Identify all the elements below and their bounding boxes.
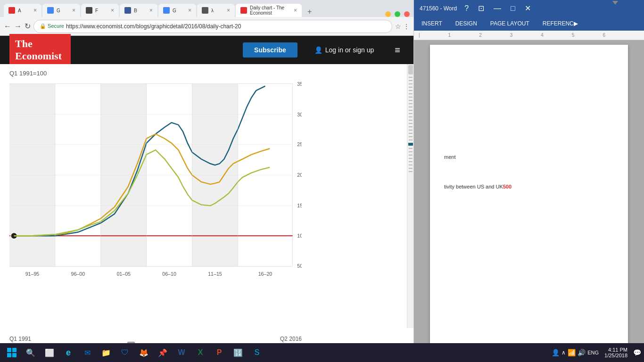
svg-text:01–05: 01–05 [116,271,131,277]
shield-taskbar[interactable]: 🛡 [116,345,134,360]
word-tab-design[interactable]: DESIGN [453,18,480,29]
taskbar-notification-icon[interactable]: 💬 [633,349,641,356]
slider-start-label: Q1 1991 [9,336,31,342]
app1-taskbar[interactable]: 📌 [154,345,172,360]
word-close-button[interactable]: ✕ [521,3,535,14]
svg-text:250: 250 [297,141,302,147]
minimize-button[interactable] [385,11,391,17]
task-view-button[interactable]: ⬜ [41,345,58,360]
calc-taskbar[interactable]: 🔢 [229,345,247,360]
word-restore-button[interactable]: ⊡ [474,3,488,14]
word-icon: W [176,347,187,358]
address-bar: ← → ↻ 🔒 Secure https://www.economist.com… [0,17,413,36]
tab-1[interactable]: A× [4,4,41,17]
logo-line1: The [15,38,65,50]
svg-text:100: 100 [297,233,302,239]
excel-icon: X [195,347,206,358]
user-icon: 👤 [314,46,322,54]
back-button[interactable]: ← [4,22,11,31]
word-window: 471560 - Word ? ⊡ — □ ✕ INSERT DESIGN PA… [414,0,644,362]
word-minimize-button[interactable]: — [490,3,505,14]
svg-text:11–15: 11–15 [208,271,222,277]
tab-6[interactable]: λ× [197,4,235,17]
excel-taskbar[interactable]: X [191,345,209,360]
new-tab-button[interactable]: + [305,7,314,17]
word-tab-layout[interactable]: PAGE LAYOUT [487,18,532,29]
tab-5[interactable]: G× [158,4,196,17]
skype-taskbar[interactable]: S [248,345,266,360]
taskbar-network-icon: 📶 [568,349,576,356]
economist-header: The Economist Subscribe 👤 Log in or sign… [0,36,413,64]
tab-2[interactable]: G× [42,4,80,17]
word-tab-references[interactable]: REFERENC▶ [540,18,581,29]
chart-svg: 350 300 250 200 150 100 50 [9,81,302,283]
svg-text:300: 300 [297,112,302,117]
subscribe-button[interactable]: Subscribe [243,42,297,58]
svg-text:50: 50 [297,263,302,269]
start-button[interactable] [3,345,21,360]
svg-rect-34 [12,353,17,357]
firefox-taskbar[interactable]: 🦊 [135,345,153,360]
word-content-2: tivity between US and UK500 [444,183,614,191]
word-content-1: ment [444,153,614,161]
firefox-icon: 🦊 [139,347,149,358]
mail-taskbar[interactable]: ✉ [78,345,96,360]
taskbar-user-icon: 👤 [552,349,560,356]
explorer-taskbar[interactable]: 📁 [97,345,115,360]
taskbar-clock[interactable]: 4:11 PM 1/25/2018 [601,347,631,358]
chart-wrapper: 350 300 250 200 150 100 50 [9,81,302,283]
tab-4[interactable]: B× [120,4,157,17]
edge-icon: e [63,347,74,358]
slider-labels: Q1 1991 Q2 2016 [9,336,302,342]
forward-button[interactable]: → [14,22,22,31]
economist-logo[interactable]: The Economist [9,34,71,66]
svg-text:150: 150 [297,203,302,208]
bookmark-icon[interactable]: ☆ [395,23,401,30]
word-maximize-button[interactable]: □ [507,3,519,14]
page-content: Q1 1991=100 [0,64,413,352]
close-button[interactable] [404,11,410,17]
refresh-button[interactable]: ↻ [25,22,31,31]
slider-end-label: Q2 2016 [280,336,302,342]
svg-rect-31 [7,348,11,352]
mail-icon: ✉ [82,347,92,358]
word-content-red: 500 [503,184,512,189]
word-ruler: | 1 2 3 4 5 6 [414,31,644,40]
ppt-taskbar[interactable]: P [210,345,228,360]
tab-economist[interactable]: Daily chart - The Economist× [236,4,302,17]
menu-button[interactable]: ≡ [391,41,404,59]
search-taskbar[interactable]: 🔍 [22,345,40,360]
login-button[interactable]: 👤 Log in or sign up [307,42,382,58]
task-view-icon: ⬜ [44,347,55,358]
word-title-bar: 471560 - Word ? ⊡ — □ ✕ [414,0,644,16]
shield-icon: 🛡 [120,347,130,358]
word-page[interactable]: ment tivity between US and UK500 [430,45,628,347]
svg-rect-32 [12,348,17,352]
search-icon: 🔍 [25,347,36,358]
word-window-controls: ? ⊡ — □ ✕ [461,3,535,14]
taskbar-up-icon[interactable]: ∧ [561,349,566,356]
word-help-button[interactable]: ? [461,3,472,14]
explorer-icon: 📁 [101,347,111,358]
word-taskbar[interactable]: W [173,345,190,360]
url-input[interactable]: 🔒 Secure https://www.economist.com/blogs… [33,20,392,33]
taskbar-date: 1/25/2018 [604,353,627,358]
maximize-button[interactable] [395,11,400,17]
taskbar-lang: ENG [587,350,599,355]
taskbar-right: 👤 ∧ 📶 🔊 ENG 4:11 PM 1/25/2018 💬 [552,347,641,358]
svg-text:16–20: 16–20 [258,271,272,277]
tab-3[interactable]: F× [81,4,119,17]
menu-icon[interactable]: ⋮ [403,23,410,30]
url-text: https://www.economist.com/blogs/graphicd… [66,23,241,30]
svg-text:350: 350 [297,81,302,87]
browser-window: A× G× F× B× G× λ× Daily chart - The Econ… [0,0,414,362]
scrollbar[interactable] [407,64,413,328]
taskbar: 🔍 ⬜ e ✉ 📁 🛡 🦊 📌 W X P 🔢 S 👤 ∧ 📶 🔊 ENG [0,343,644,362]
word-tab-insert[interactable]: INSERT [419,18,445,29]
svg-rect-33 [7,353,11,357]
edge-taskbar[interactable]: e [59,345,77,360]
logo-line2: Economist [15,50,65,62]
svg-text:200: 200 [297,172,302,178]
taskbar-time: 4:11 PM [608,347,627,353]
taskbar-sound-icon[interactable]: 🔊 [578,349,586,356]
